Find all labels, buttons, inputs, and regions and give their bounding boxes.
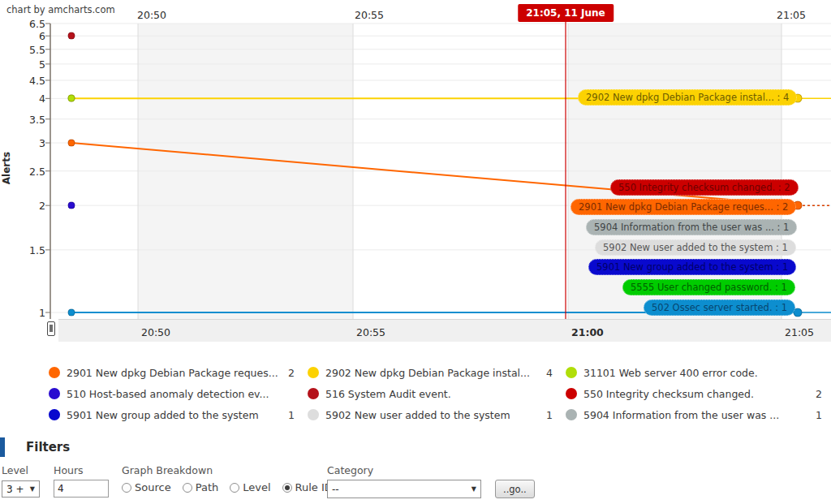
radio-label: Source (135, 481, 171, 493)
filters-title: Filters (26, 440, 70, 454)
y-tick-2: 2 (5, 200, 45, 212)
legend-label: 5901 New group added to the system (67, 409, 259, 421)
x-tick-20:50: 20:50 (141, 326, 170, 338)
x-tick-21:05: 21:05 (785, 326, 814, 338)
radio-circle-icon (230, 483, 239, 493)
legend-item-5901[interactable]: 5901 New group added to the system1 (49, 404, 296, 425)
value-label-502: 502 Ossec server started. : 1 (644, 299, 795, 316)
legend-item-516[interactable]: 516 System Audit event. (308, 383, 554, 404)
radio-rule-id[interactable]: Rule ID (282, 481, 333, 493)
value-label-5904: 5904 Information from the user was ... :… (586, 219, 797, 235)
y-tick-1.5: 1.5 (5, 243, 45, 256)
chevron-down-icon: ▼ (467, 485, 480, 493)
value-label-5555: 5555 User changed password. : 1 (622, 279, 795, 295)
legend-item-31101[interactable]: 31101 Web server 400 error code. (566, 362, 824, 383)
scrollbar-drag-handle[interactable] (47, 321, 55, 336)
x-tick-21:00: 21:00 (571, 326, 604, 338)
radio-path[interactable]: Path (183, 481, 219, 493)
chart-scrollbar[interactable] (58, 319, 831, 342)
legend-marker-516 (308, 388, 319, 399)
legend-value: 2 (816, 388, 824, 400)
legend-label: 5904 Information from the user was ... (583, 409, 779, 421)
category-select-value: -- (328, 484, 467, 495)
level-select-value: 3 + (2, 484, 26, 495)
radio-circle-icon (122, 483, 131, 493)
legend-value: 1 (546, 409, 554, 421)
category-label: Category (327, 464, 373, 476)
top-tick-21:05: 21:05 (777, 9, 806, 21)
legend-marker-2901 (49, 367, 60, 378)
legend-item-510[interactable]: 510 Host-based anomaly detection ev... (49, 383, 296, 404)
legend-marker-510 (49, 388, 60, 399)
hours-input[interactable] (54, 480, 109, 498)
top-tick-20:50: 20:50 (137, 9, 166, 21)
legend-item-5902[interactable]: 5902 New user added to the system1 (308, 404, 554, 425)
radio-circle-icon (282, 483, 292, 493)
value-label-5902: 5902 New user added to the system : 1 (595, 239, 796, 256)
legend-item-2901[interactable]: 2901 New dpkg Debian Package reques...2 (49, 362, 296, 383)
y-tick-5: 5 (5, 58, 45, 70)
y-tick-4.5: 4.5 (5, 74, 45, 86)
chart-legend: 2901 New dpkg Debian Package reques...22… (49, 362, 824, 425)
y-tick-3.5: 3.5 (5, 113, 45, 125)
y-tick-6: 6 (5, 30, 45, 42)
legend-marker-550 (566, 388, 577, 399)
level-label: Level (2, 464, 28, 476)
value-label-5901: 5901 New group added to the system : 1 (588, 259, 796, 275)
legend-value: 2 (288, 367, 296, 379)
go-button[interactable]: ..go.. (495, 480, 535, 498)
legend-value: 1 (288, 409, 296, 421)
y-tick-1: 1 (5, 307, 45, 319)
legend-label: 31101 Web server 400 error code. (583, 367, 758, 379)
y-tick-5.5: 5.5 (5, 43, 45, 55)
legend-marker-5904 (566, 409, 577, 420)
radio-source[interactable]: Source (122, 481, 171, 493)
radio-circle-icon (183, 483, 192, 493)
legend-marker-5901 (49, 409, 60, 420)
y-tick-3: 3 (5, 137, 45, 149)
radio-level[interactable]: Level (230, 481, 270, 493)
legend-label: 510 Host-based anomaly detection ev... (67, 388, 269, 400)
legend-item-550[interactable]: 550 Integrity checksum changed.2 (566, 383, 824, 404)
top-tick-20:55: 20:55 (355, 9, 384, 21)
series-dot-31101 (68, 95, 75, 102)
legend-item-5904[interactable]: 5904 Information from the user was ...1 (566, 404, 824, 425)
legend-marker-5902 (308, 409, 319, 420)
series-dot-2901 (68, 140, 75, 147)
series-dot-510 (68, 202, 75, 209)
legend-marker-31101 (566, 367, 577, 378)
filters-accent-bar (0, 437, 5, 457)
value-label-2902: 2902 New dpkg Debian Package instal... :… (578, 89, 797, 106)
legend-value: 1 (816, 409, 824, 421)
plot-canvas (0, 0, 831, 351)
legend-marker-2902 (308, 367, 319, 378)
legend-label: 2902 New dpkg Debian Package instal... (325, 367, 530, 379)
breakdown-label: Graph Breakdown (122, 464, 213, 476)
y-tick-6.5: 6.5 (5, 18, 45, 30)
radio-label: Level (243, 481, 270, 493)
series-dot-516 (68, 32, 75, 40)
legend-label: 516 System Audit event. (325, 388, 451, 400)
radio-label: Path (196, 481, 219, 493)
hours-label: Hours (54, 464, 84, 476)
legend-label: 550 Integrity checksum changed. (583, 388, 754, 400)
filters-panel: Filters Level Hours Graph Breakdown Cate… (0, 437, 831, 501)
chevron-down-icon: ▼ (26, 485, 39, 493)
value-label-2901: 2901 New dpkg Debian Package reques... :… (571, 199, 796, 215)
series-dot-502 (68, 309, 75, 317)
amcharts-credit-link[interactable]: chart by amcharts.com (6, 4, 115, 15)
value-label-550: 550 Integrity checksum changed. : 2 (610, 179, 799, 196)
legend-value: 4 (546, 367, 554, 379)
cursor-time-badge: 21:05, 11 June (518, 4, 614, 22)
y-tick-4: 4 (5, 93, 45, 105)
level-select[interactable]: 3 + ▼ (2, 480, 40, 498)
y-tick-2.5: 2.5 (5, 165, 45, 177)
category-select[interactable]: -- ▼ (327, 480, 481, 498)
legend-label: 5902 New user added to the system (325, 409, 510, 421)
legend-item-2902[interactable]: 2902 New dpkg Debian Package instal...4 (308, 362, 554, 383)
legend-label: 2901 New dpkg Debian Package reques... (67, 367, 278, 379)
x-tick-20:55: 20:55 (356, 326, 385, 338)
ossec-alerts-dashboard: chart by amcharts.com Alerts 20:5020:552… (0, 0, 831, 504)
alerts-time-chart: chart by amcharts.com Alerts 20:5020:552… (0, 0, 831, 351)
graph-breakdown-radios: SourcePathLevelRule ID (122, 481, 344, 493)
